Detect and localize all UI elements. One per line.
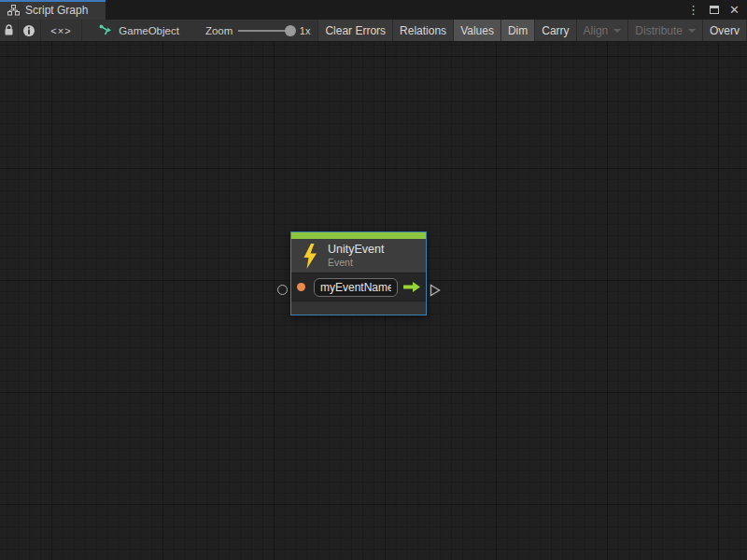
dropdown-arrow-icon (613, 29, 621, 33)
output-port-triangle[interactable] (430, 284, 441, 297)
unity-event-node[interactable]: UnityEvent Event (290, 231, 427, 315)
kebab-menu-icon[interactable]: ⋮ (687, 4, 699, 16)
zoom-slider[interactable] (238, 20, 295, 42)
node-accent-bar (291, 232, 426, 239)
graph-asset-icon (99, 24, 113, 36)
overview-button[interactable]: Overv (703, 20, 747, 41)
dim-toggle-button[interactable]: Dim (501, 20, 535, 41)
input-port-circle[interactable] (277, 285, 288, 295)
script-graph-icon (7, 5, 20, 16)
graph-target-label: GameObject (119, 25, 179, 36)
tab-script-graph[interactable]: Script Graph (0, 0, 106, 20)
node-header: UnityEvent Event (291, 239, 426, 273)
info-icon (22, 24, 35, 37)
dropdown-arrow-icon (688, 29, 696, 33)
distribute-dropdown-button[interactable]: Distribute (628, 20, 703, 41)
zoom-value: 1x (300, 25, 311, 36)
node-title: UnityEvent (328, 243, 384, 257)
clear-errors-button[interactable]: Clear Errors (318, 20, 393, 41)
node-subtitle: Event (328, 257, 384, 269)
node-footer (291, 301, 426, 315)
relations-button[interactable]: Relations (393, 20, 454, 41)
code-view-icon: <×> (50, 25, 71, 36)
graph-target[interactable]: GameObject (99, 20, 179, 41)
lock-button[interactable] (0, 20, 19, 41)
zoom-label: Zoom (205, 25, 233, 36)
align-dropdown-button[interactable]: Align (577, 20, 629, 41)
graph-canvas[interactable]: UnityEvent Event (0, 42, 747, 560)
unity-visual-scripting-window: Script Graph ⋮ ✕ <×> (0, 0, 747, 560)
trigger-output-arrow-icon[interactable] (402, 281, 421, 293)
event-name-port-dot[interactable] (297, 283, 305, 291)
values-toggle-button[interactable]: Values (454, 20, 501, 41)
tab-bar: Script Graph ⋮ ✕ (0, 0, 747, 20)
info-button[interactable] (19, 20, 40, 41)
code-view-button[interactable]: <×> (41, 20, 83, 41)
node-port-row (291, 273, 426, 301)
node-title-block: UnityEvent Event (328, 243, 384, 269)
tab-title: Script Graph (25, 4, 88, 17)
active-tab-indicator (0, 0, 106, 2)
lightning-bolt-icon (302, 244, 317, 269)
maximize-icon[interactable] (710, 6, 719, 14)
toolbar-button-group: Clear Errors Relations Values Dim Carry … (317, 20, 747, 41)
zoom-slider-handle[interactable] (285, 25, 296, 36)
carry-button[interactable]: Carry (535, 20, 576, 41)
window-controls: ⋮ ✕ (687, 0, 747, 20)
lock-icon (4, 24, 14, 36)
event-name-input[interactable] (314, 278, 398, 297)
close-icon[interactable]: ✕ (729, 4, 740, 16)
graph-toolbar: <×> GameObject Zoom 1x Clear Errors Rela… (0, 20, 747, 42)
